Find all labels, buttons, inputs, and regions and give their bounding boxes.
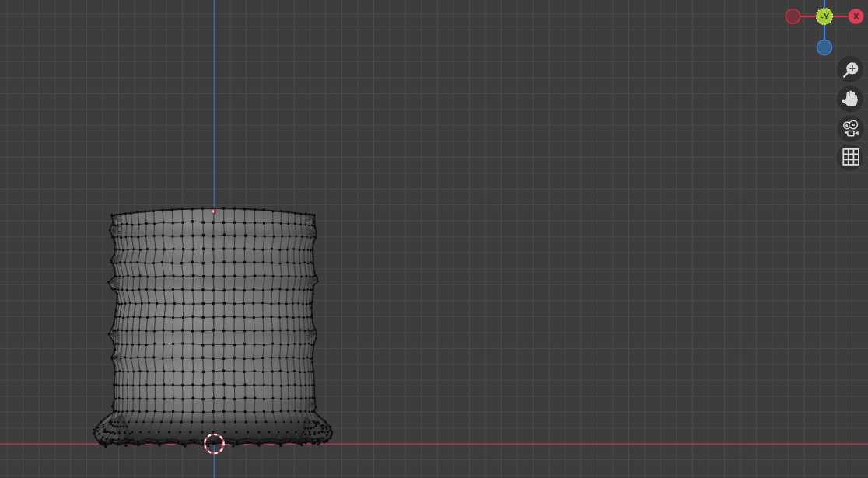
svg-text:-Y: -Y: [821, 12, 830, 21]
svg-text:X: X: [853, 12, 859, 21]
